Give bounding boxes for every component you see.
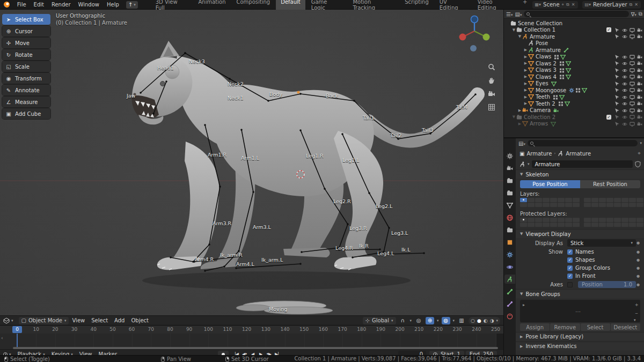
rendered-shading-icon[interactable]: ◑ xyxy=(490,318,494,323)
vgroup-icon[interactable] xyxy=(559,68,565,73)
layer-cell[interactable] xyxy=(535,223,542,227)
scene-collection-icon[interactable] xyxy=(510,20,516,26)
proportional-editing-icon[interactable]: ◎ xyxy=(414,317,423,324)
menu-render[interactable]: Render xyxy=(48,2,75,8)
layer-cell[interactable] xyxy=(528,218,535,222)
solid-shading-icon[interactable]: ● xyxy=(477,318,481,323)
outliner-row-armature[interactable]: ▶Armature xyxy=(504,47,644,54)
outliner-row-collection-1[interactable]: ▼Collection 1✓ xyxy=(504,27,644,34)
layer-cell[interactable] xyxy=(599,218,606,222)
mesh-data-icon[interactable] xyxy=(560,54,566,60)
layer-cell[interactable] xyxy=(621,203,628,207)
blender-logo-icon[interactable] xyxy=(3,1,11,8)
mesh-object-icon[interactable] xyxy=(528,94,534,100)
layer-cell[interactable] xyxy=(636,223,643,227)
mesh-data-icon[interactable] xyxy=(551,81,557,86)
assign-button[interactable]: Assign xyxy=(520,323,550,331)
mesh-data-icon[interactable] xyxy=(566,68,571,73)
expand-arrow-icon[interactable]: ▶ xyxy=(523,82,528,86)
camera-toggle-icon[interactable] xyxy=(637,34,642,39)
remove-bone-group-icon[interactable]: － xyxy=(634,309,639,317)
bone-groups-list[interactable]: ▸… ＋ － ▾ xyxy=(520,300,640,322)
rotate-tool-button[interactable]: ↻Rotate xyxy=(2,49,50,60)
layer-cell[interactable] xyxy=(614,198,621,202)
layer-cell[interactable] xyxy=(565,223,572,227)
monitor-icon[interactable] xyxy=(630,87,635,93)
menu-window[interactable]: Window xyxy=(75,2,103,8)
layer-cell[interactable] xyxy=(614,223,621,227)
layer-cell[interactable] xyxy=(591,203,598,207)
menu-help[interactable]: Help xyxy=(103,2,123,8)
layer-cell[interactable] xyxy=(543,223,550,227)
monitor-icon[interactable] xyxy=(630,94,635,100)
layer-cell[interactable] xyxy=(584,203,591,207)
outliner-row-teeth-2[interactable]: ▶Teeth 2 xyxy=(504,100,644,107)
outliner-row-armature[interactable]: ▼Armature xyxy=(504,33,644,40)
camera-toggle-icon[interactable] xyxy=(637,54,642,60)
outliner-row-collection-2[interactable]: ▼Collection 2✓ xyxy=(504,114,644,121)
pose-position-button[interactable]: Pose Position xyxy=(520,180,580,188)
expand-arrow-icon[interactable]: ▶ xyxy=(517,122,522,126)
cursor-icon[interactable] xyxy=(614,54,620,60)
show-gizmo-toggle[interactable]: ⊕ xyxy=(426,317,434,324)
layer-cell[interactable] xyxy=(621,198,628,202)
expand-arrow-icon[interactable]: ▶ xyxy=(523,61,528,65)
layer-cell[interactable] xyxy=(535,203,542,207)
camera-toggle-icon[interactable] xyxy=(637,108,642,113)
mesh-data-icon[interactable] xyxy=(565,101,570,106)
camera-toggle-icon[interactable] xyxy=(637,114,642,120)
properties-tab-object[interactable] xyxy=(504,238,515,247)
eye-icon[interactable] xyxy=(622,108,627,113)
camera-toggle-icon[interactable] xyxy=(637,81,642,86)
layer-cell[interactable] xyxy=(606,203,613,207)
armature-data-icon[interactable] xyxy=(528,47,534,53)
mesh-data-icon[interactable] xyxy=(551,121,556,127)
workspace-active-tool-button[interactable]: ↑▾ xyxy=(126,1,138,9)
add-cube-tool-button[interactable]: ▣Add Cube xyxy=(2,108,50,119)
cursor-icon[interactable] xyxy=(614,121,620,127)
layer-cell[interactable] xyxy=(520,223,527,227)
pan-hand-icon[interactable] xyxy=(487,76,496,85)
layer-cell[interactable] xyxy=(520,203,527,207)
outliner-row-pose[interactable]: Pose xyxy=(504,40,644,47)
camera-toggle-icon[interactable] xyxy=(637,101,642,106)
new-view-layer-icon[interactable]: ⧉ xyxy=(630,2,633,8)
mesh-object-icon[interactable] xyxy=(528,101,534,107)
show-overlays-toggle[interactable]: ◍ xyxy=(442,317,450,324)
mesh-object-icon[interactable] xyxy=(528,54,534,60)
layer-cell[interactable] xyxy=(584,198,591,202)
layer-cell[interactable] xyxy=(629,203,636,207)
cursor-icon[interactable] xyxy=(614,34,620,39)
layer-cell[interactable] xyxy=(535,218,542,222)
eye-icon[interactable] xyxy=(622,94,627,100)
mesh-object-icon[interactable] xyxy=(528,61,534,67)
expand-arrow-icon[interactable]: ▼ xyxy=(511,28,516,32)
properties-search-input[interactable] xyxy=(528,140,638,146)
view-layer-selector[interactable]: ▤▾ RenderLayer ⧉ ✕ xyxy=(582,1,641,9)
snap-magnet-icon[interactable]: ∩ xyxy=(399,317,407,324)
layer-cell[interactable] xyxy=(636,203,643,207)
eye-icon[interactable] xyxy=(622,54,627,60)
vgroup-icon[interactable] xyxy=(553,94,558,100)
properties-tab-modifiers[interactable] xyxy=(504,250,515,259)
layer-cell[interactable] xyxy=(614,218,621,222)
transform-tool-button[interactable]: ◉Transform xyxy=(2,73,50,84)
eye-icon[interactable] xyxy=(622,61,627,66)
layer-cell[interactable] xyxy=(558,198,565,202)
monitor-icon[interactable] xyxy=(630,34,635,39)
layer-cell[interactable] xyxy=(565,203,572,207)
camera-toggle-icon[interactable] xyxy=(637,27,642,33)
camera-toggle-icon[interactable] xyxy=(637,87,642,93)
3d-viewport[interactable]: Head1JawNeck3Neck2Neck1BodyBackTail1Tail… xyxy=(0,10,503,325)
panel-pose-library-legacy-[interactable]: ▶Pose Library (Legacy) xyxy=(516,332,644,341)
layer-cell[interactable] xyxy=(621,223,628,227)
properties-tab-view-layer[interactable] xyxy=(504,188,515,197)
layer-cell[interactable] xyxy=(550,223,557,227)
mesh-object-icon[interactable] xyxy=(528,67,534,73)
layer-cell[interactable] xyxy=(629,223,636,227)
monitor-icon[interactable] xyxy=(630,81,635,86)
datablock-name-field[interactable]: Armature xyxy=(532,160,633,168)
wireframe-shading-icon[interactable]: ○ xyxy=(471,318,475,323)
monitor-icon[interactable] xyxy=(630,114,635,120)
collection-checkbox[interactable]: ✓ xyxy=(606,27,611,32)
